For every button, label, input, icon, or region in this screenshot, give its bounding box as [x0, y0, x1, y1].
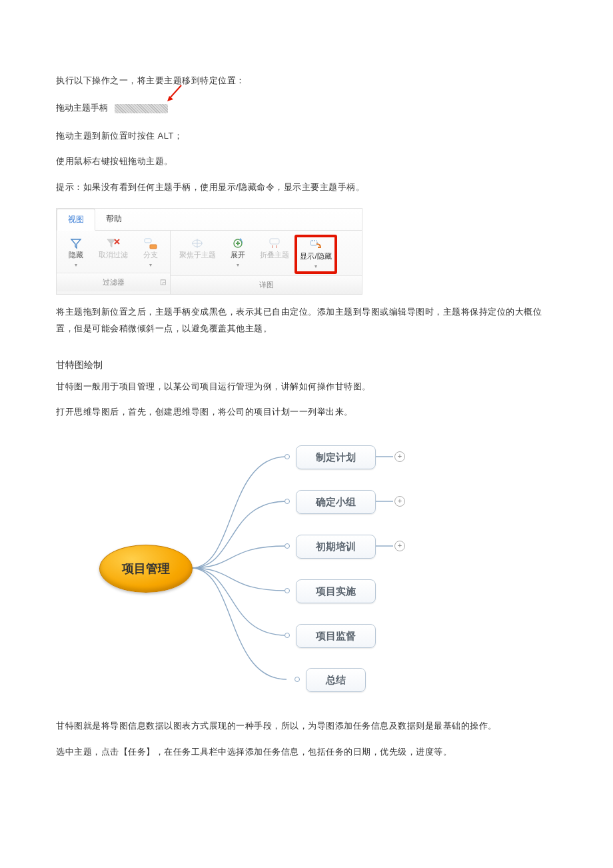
tab-view[interactable]: 视图	[57, 209, 95, 231]
mindmap-node[interactable]: 项目实施	[296, 579, 376, 603]
svg-marker-12	[239, 238, 242, 240]
dropdown-arrow-icon: ▾	[297, 261, 334, 271]
mindmap-central-topic[interactable]: 项目管理	[99, 545, 193, 593]
funnel-icon	[61, 236, 91, 251]
collapse-topic-button[interactable]: 折叠主题	[255, 235, 295, 274]
paragraph: 甘特图一般用于项目管理，以某公司项目运行管理为例，讲解如何操作甘特图。	[56, 379, 557, 395]
paragraph: 打开思维导图后，首先，创建思维导图，将公司的项目计划一一列举出来。	[56, 404, 557, 421]
paragraph: 执行以下操作之一，将主要主题移到特定位置：	[56, 73, 557, 89]
ribbon-group-filter: 隐藏 ▾ 取消过滤 分支 ▾	[57, 231, 171, 294]
svg-rect-4	[145, 239, 151, 243]
paragraph: 使用鼠标右键按钮拖动主题。	[56, 153, 557, 170]
paragraph: 甘特图就是将导图信息数据以图表方式展现的一种手段，所以，为导图添加任务信息及数据…	[56, 718, 557, 735]
button-label: 取消过滤	[94, 251, 133, 259]
hide-button[interactable]: 隐藏 ▾	[59, 235, 93, 271]
svg-rect-5	[150, 245, 157, 249]
mindmap-node[interactable]: 制定计划	[296, 445, 376, 469]
dialog-launcher-icon[interactable]: ◲	[160, 275, 166, 288]
focus-icon	[175, 236, 220, 251]
collapse-icon	[256, 236, 293, 251]
svg-line-0	[169, 85, 181, 99]
cancel-filter-button[interactable]: 取消过滤	[93, 235, 134, 271]
ribbon-body: 隐藏 ▾ 取消过滤 分支 ▾	[57, 231, 362, 294]
funnel-cancel-icon	[94, 236, 133, 251]
paragraph: 拖动主题到新位置时按住 ALT；	[56, 128, 557, 145]
red-arrow-icon	[168, 99, 188, 119]
topic-handle-illustration	[115, 104, 168, 113]
tab-help[interactable]: 帮助	[95, 209, 133, 230]
show-hide-button[interactable]: 显示/隐藏 ▾	[295, 235, 337, 274]
mindmap-node[interactable]: 总结	[306, 668, 366, 692]
dropdown-arrow-icon: ▾	[135, 260, 166, 270]
branch-button[interactable]: 分支 ▾	[134, 235, 167, 271]
mindmap-node[interactable]: 确定小组	[296, 490, 376, 514]
document-page: 执行以下操作之一，将主要主题移到特定位置： 拖动主题手柄 拖动主题到新位置时按住…	[0, 0, 613, 810]
group-label: 详图	[259, 281, 274, 289]
button-label: 分支	[135, 251, 166, 259]
mindmap-node[interactable]: 初期培训	[296, 535, 376, 559]
button-label: 展开	[223, 251, 253, 259]
svg-rect-16	[310, 241, 317, 245]
mindmap-node[interactable]: 项目监督	[296, 624, 376, 648]
button-label: 显示/隐藏	[297, 252, 334, 261]
button-label: 折叠主题	[256, 251, 293, 259]
ribbon-group-detail: 聚焦于主题 展开 ▾ 折叠主题	[171, 231, 362, 294]
dropdown-arrow-icon: ▾	[61, 260, 91, 270]
drag-handle-label: 拖动主题手柄	[56, 100, 108, 117]
section-heading-gantt: 甘特图绘制	[56, 357, 557, 375]
branch-icon	[135, 236, 166, 251]
button-label: 隐藏	[61, 251, 91, 259]
focus-topic-button[interactable]: 聚焦于主题	[173, 235, 221, 274]
paragraph: 选中主题，点击【任务】，在任务工具栏中选择添加任务信息，包括任务的日期，优先级，…	[56, 744, 557, 761]
expand-button[interactable]: 展开 ▾	[221, 235, 255, 274]
drag-handle-line: 拖动主题手柄	[56, 99, 557, 119]
paragraph: 将主题拖到新位置之后，主题手柄变成黑色，表示其已自由定位。添加主题到导图或编辑导…	[56, 304, 557, 337]
mindmap-illustration: 项目管理 制定计划 确定小组 初期培训 项目实施 项目监督 总结 + + +	[96, 438, 416, 705]
paragraph: 提示：如果没有看到任何主题手柄，使用显示/隐藏命令，显示主要主题手柄。	[56, 179, 557, 196]
expand-icon	[223, 236, 253, 251]
button-label: 聚焦于主题	[175, 251, 220, 259]
dropdown-arrow-icon: ▾	[223, 260, 253, 270]
group-label: 过滤器	[103, 278, 125, 286]
ribbon-toolbar: 视图 帮助 隐藏 ▾ 取消过滤	[56, 208, 362, 295]
ribbon-tabs: 视图 帮助	[57, 209, 362, 231]
show-hide-icon	[297, 237, 334, 252]
svg-rect-13	[270, 239, 279, 244]
